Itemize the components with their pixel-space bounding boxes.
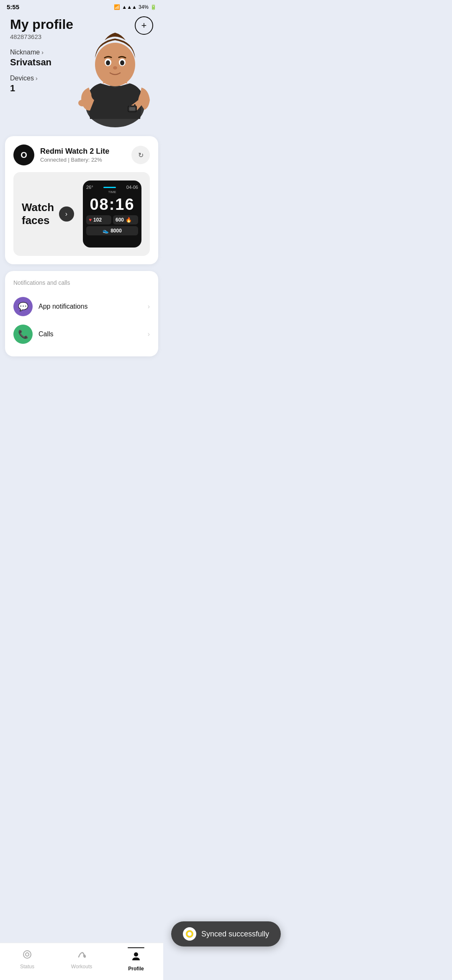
svg-point-2 [95, 43, 135, 86]
notif-left-app: 💬 App notifications [13, 297, 87, 316]
status-icons: 📶 ▲▲▲ 34% 🔋 [114, 4, 157, 10]
signal-icon: ▲▲▲ [122, 4, 137, 10]
svg-rect-11 [129, 104, 131, 106]
avatar [71, 12, 159, 129]
steps-icon: 👟 [103, 228, 109, 234]
notif-icon-app: 💬 [13, 297, 33, 316]
svg-point-13 [78, 100, 87, 106]
watch-temp: 26° [86, 185, 93, 190]
watch-face-section: Watchfaces [22, 201, 54, 227]
watch-calories: 600 🔥 [113, 215, 138, 224]
devices-chevron: › [36, 75, 38, 82]
watch-steps: 👟 8000 [86, 226, 138, 235]
device-row: O Redmi Watch 2 Lite Connected | Battery… [13, 144, 150, 165]
watch-indicator-container [103, 187, 116, 188]
heart-icon: ♥ [89, 217, 92, 223]
notif-name-calls: Calls [39, 330, 54, 338]
notif-item-calls[interactable]: 📞 Calls › [13, 320, 150, 348]
watch-top-row: 26° 04-06 [86, 185, 138, 190]
svg-rect-12 [134, 104, 136, 106]
device-icon: O [13, 144, 34, 165]
notif-item-app[interactable]: 💬 App notifications › [13, 293, 150, 320]
battery-icon: 🔋 [150, 4, 157, 10]
nickname-chevron: › [41, 49, 44, 56]
svg-point-4 [106, 60, 110, 65]
device-left: O Redmi Watch 2 Lite Connected | Battery… [13, 144, 109, 165]
notifications-label: Notifications and calls [13, 279, 150, 286]
svg-point-7 [113, 66, 117, 70]
wifi-icon: 📶 [114, 4, 120, 10]
device-card: O Redmi Watch 2 Lite Connected | Battery… [5, 136, 158, 264]
battery-text: 34% [139, 4, 149, 10]
watch-date: 04-06 [126, 185, 138, 190]
watch-face-arrow[interactable]: › [59, 206, 74, 222]
sync-icon: ↻ [138, 151, 144, 159]
notif-calls-symbol: 📞 [18, 329, 28, 339]
watch-display: 26° 04-06 TIME 08:16 ♥ 102 600 🔥 👟 [83, 181, 141, 248]
notif-left-calls: 📞 Calls [13, 325, 54, 344]
device-status: Connected | Battery: 22% [40, 157, 109, 163]
notif-app-symbol: 💬 [18, 302, 28, 312]
notif-chevron-calls: › [148, 330, 150, 338]
device-name: Redmi Watch 2 Lite [40, 147, 109, 156]
notif-name-app: App notifications [39, 303, 87, 310]
watch-time-label: TIME [86, 190, 138, 194]
profile-header: My profile 482873623 + [0, 12, 163, 129]
notif-icon-calls: 📞 [13, 325, 33, 344]
device-info: Redmi Watch 2 Lite Connected | Battery: … [40, 147, 109, 163]
notif-chevron-app: › [148, 303, 150, 310]
watch-indicator [103, 187, 116, 188]
watch-face-card[interactable]: Watchfaces › 26° 04-06 TIME 08:16 ♥ 102 … [13, 172, 150, 256]
watch-heart: ♥ 102 [86, 215, 111, 224]
status-time: 5:55 [7, 3, 19, 10]
watch-face-label: Watchfaces [22, 201, 54, 227]
sync-button[interactable]: ↻ [131, 146, 150, 164]
watch-time: 08:16 [86, 196, 138, 214]
svg-point-6 [120, 60, 124, 65]
svg-rect-10 [129, 107, 135, 111]
watch-stats: ♥ 102 600 🔥 [86, 215, 138, 224]
status-bar: 5:55 📶 ▲▲▲ 34% 🔋 [0, 0, 163, 12]
notifications-section: Notifications and calls 💬 App notificati… [5, 271, 158, 356]
fire-icon: 🔥 [126, 217, 132, 223]
